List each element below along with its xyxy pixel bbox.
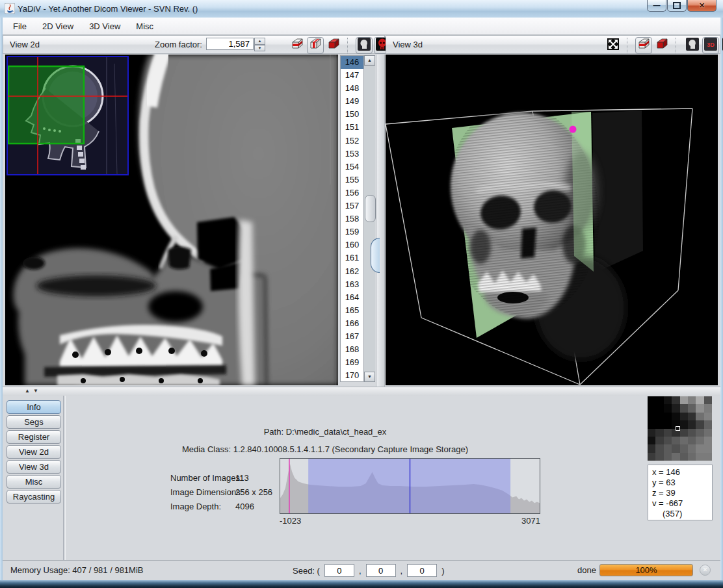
close-button[interactable]: ✕ bbox=[687, 0, 716, 12]
slice-number-list[interactable]: 1461471481491501511521531541551561571581… bbox=[340, 55, 364, 382]
slice-item-157[interactable]: 157 bbox=[341, 199, 363, 212]
slice-item-155[interactable]: 155 bbox=[341, 173, 363, 186]
progress-bar: 100% bbox=[599, 564, 693, 576]
horizontal-split-divider[interactable]: ▲▼ bbox=[3, 387, 720, 396]
tab-segs[interactable]: Segs bbox=[7, 415, 61, 429]
head-white-button[interactable] bbox=[684, 37, 701, 54]
scroll-up-button[interactable]: ▲ bbox=[364, 55, 375, 66]
tab-separator-line bbox=[63, 396, 66, 560]
slice-item-147[interactable]: 147 bbox=[341, 69, 363, 82]
tab-misc[interactable]: Misc bbox=[7, 475, 61, 489]
slice-item-158[interactable]: 158 bbox=[341, 212, 363, 225]
split-collapse-handle[interactable] bbox=[371, 238, 380, 273]
cube-axial-icon bbox=[637, 37, 651, 53]
head-white-button[interactable] bbox=[356, 37, 373, 54]
volume-3d-view[interactable] bbox=[386, 55, 718, 385]
slice-item-156[interactable]: 156 bbox=[341, 186, 363, 199]
pixel-cell bbox=[655, 444, 663, 452]
slice-item-154[interactable]: 154 bbox=[341, 160, 363, 173]
window-title: YaDiV - Yet Another Dicom Viewer - SVN R… bbox=[18, 0, 198, 18]
slice-item-151[interactable]: 151 bbox=[341, 121, 363, 134]
ct-overview-thumbnail[interactable] bbox=[7, 56, 129, 175]
cancel-progress-button[interactable]: ✕ bbox=[700, 565, 711, 576]
head-white-icon bbox=[357, 37, 371, 53]
zoom-factor-label: Zoom factor: bbox=[155, 36, 202, 53]
pixel-cell bbox=[664, 429, 672, 437]
window-frame-bottom bbox=[0, 580, 723, 588]
slice-item-168[interactable]: 168 bbox=[341, 343, 363, 356]
pixel-cell bbox=[704, 413, 712, 420]
slice-item-169[interactable]: 169 bbox=[341, 356, 363, 369]
slice-item-165[interactable]: 165 bbox=[341, 304, 363, 317]
slice-item-146[interactable]: 146 bbox=[341, 56, 363, 69]
close-icon: ✕ bbox=[699, 1, 705, 9]
pixel-cell bbox=[664, 413, 672, 420]
cube-axial-button[interactable] bbox=[635, 37, 652, 54]
cube-solid-button[interactable] bbox=[325, 37, 342, 54]
toolbar-separator bbox=[347, 38, 352, 53]
view2d-toolbar bbox=[288, 36, 391, 54]
seed-input-2[interactable] bbox=[407, 564, 437, 577]
skull-red-button[interactable] bbox=[720, 37, 723, 54]
seed-comma: , bbox=[359, 566, 362, 576]
java-app-icon bbox=[5, 3, 15, 14]
slice-item-170[interactable]: 170 bbox=[341, 369, 363, 382]
pixel-cell bbox=[704, 420, 712, 428]
region-of-interest-box[interactable] bbox=[8, 66, 84, 144]
tab-view-3d[interactable]: View 3d bbox=[7, 460, 61, 474]
tab-raycasting[interactable]: Raycasting bbox=[7, 490, 61, 504]
minimize-button[interactable]: — bbox=[647, 0, 666, 12]
maximize-button[interactable] bbox=[667, 0, 687, 12]
slice-list-scrollbar[interactable]: ▲ ▼ bbox=[364, 55, 375, 382]
cube-axial-button[interactable] bbox=[289, 37, 306, 54]
cube-solid-icon bbox=[655, 37, 669, 53]
zoom-factor-input[interactable] bbox=[206, 38, 254, 50]
slice-item-152[interactable]: 152 bbox=[341, 134, 363, 147]
slice-item-159[interactable]: 159 bbox=[341, 225, 363, 238]
scroll-down-button[interactable]: ▼ bbox=[364, 372, 375, 382]
menu-file[interactable]: File bbox=[3, 18, 34, 34]
vertical-split-divider[interactable] bbox=[376, 55, 385, 387]
label-3d-button[interactable]: 3D bbox=[702, 37, 719, 54]
seed-input-1[interactable] bbox=[366, 564, 396, 577]
cube-solid-icon bbox=[326, 37, 341, 53]
menu-3d-view[interactable]: 3D View bbox=[81, 18, 128, 34]
menu-2d-view[interactable]: 2D View bbox=[34, 18, 81, 34]
pixel-cell bbox=[704, 444, 712, 452]
cube-solid-button[interactable] bbox=[653, 37, 670, 54]
menu-misc[interactable]: Misc bbox=[128, 18, 161, 34]
slice-item-148[interactable]: 148 bbox=[341, 82, 363, 95]
maximize-icon bbox=[673, 2, 681, 9]
pixel-cell bbox=[696, 420, 703, 428]
expand-button[interactable] bbox=[605, 37, 622, 54]
seed-comma: , bbox=[401, 566, 403, 576]
slice-item-150[interactable]: 150 bbox=[341, 108, 363, 121]
slice-item-166[interactable]: 166 bbox=[341, 317, 363, 330]
slice-item-167[interactable]: 167 bbox=[341, 330, 363, 343]
spinner-up-button[interactable]: ▲ bbox=[254, 38, 265, 45]
seed-input-0[interactable] bbox=[324, 564, 354, 577]
scrollbar-thumb[interactable] bbox=[365, 195, 376, 222]
tab-info[interactable]: Info bbox=[7, 400, 61, 414]
slice-item-161[interactable]: 161 bbox=[341, 251, 363, 264]
title-bar[interactable]: YaDiV - Yet Another Dicom Viewer - SVN R… bbox=[0, 0, 723, 18]
slice-item-149[interactable]: 149 bbox=[341, 95, 363, 108]
cube-axial-icon bbox=[290, 37, 304, 53]
intensity-histogram[interactable] bbox=[280, 458, 540, 514]
slice-item-164[interactable]: 164 bbox=[341, 291, 363, 304]
pixel-cell bbox=[696, 444, 703, 452]
seed-label: Seed: ( bbox=[293, 566, 320, 576]
tab-register[interactable]: Register bbox=[7, 430, 61, 444]
split-collapse-arrows[interactable]: ▲▼ bbox=[25, 388, 42, 394]
window-controls: — ✕ bbox=[646, 0, 716, 12]
tab-view-2d[interactable]: View 2d bbox=[7, 445, 61, 459]
slice-item-160[interactable]: 160 bbox=[341, 238, 363, 251]
slice-item-153[interactable]: 153 bbox=[341, 147, 363, 160]
cube-sagittal-button[interactable] bbox=[307, 37, 324, 54]
spinner-down-button[interactable]: ▼ bbox=[254, 45, 265, 52]
slice-item-162[interactable]: 162 bbox=[341, 265, 363, 278]
pixel-cell bbox=[704, 396, 712, 404]
readout-line: x = 146 bbox=[652, 467, 712, 478]
slice-item-163[interactable]: 163 bbox=[341, 278, 363, 291]
pixel-cell bbox=[680, 396, 688, 404]
